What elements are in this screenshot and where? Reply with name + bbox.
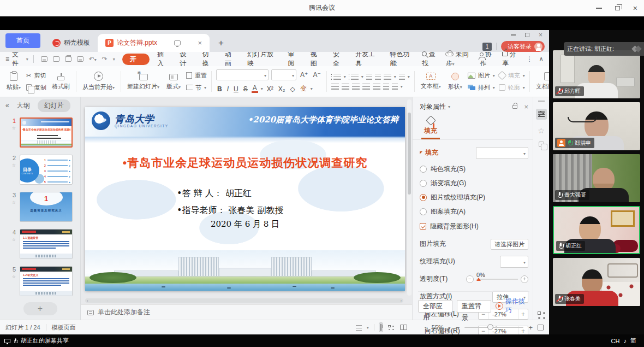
cast-icon[interactable] — [174, 39, 181, 47]
menu-tab-special[interactable]: 特色功能 — [387, 50, 417, 68]
align-right-icon[interactable] — [352, 84, 360, 90]
canvas-vertical-scrollbar[interactable] — [407, 99, 412, 296]
layout-button[interactable]: 版式▾ — [165, 72, 182, 91]
reading-view-icon[interactable] — [400, 325, 407, 330]
slider-marker-icon[interactable] — [476, 278, 481, 281]
wps-close-icon[interactable]: × — [539, 32, 542, 38]
redo-icon[interactable]: ↷ — [102, 55, 108, 63]
slide-sorter-icon[interactable] — [388, 325, 391, 327]
new-tab-button[interactable]: + — [210, 38, 232, 52]
menu-tab-review[interactable]: 审阅 — [285, 50, 302, 68]
tab-outline[interactable]: 大纲 — [17, 101, 30, 110]
outline-button[interactable]: 轮廓▾ — [499, 84, 525, 92]
font-name-combo[interactable]: ▾ — [216, 69, 269, 80]
slide-thumbnail-4[interactable]: 4☆ 1.1 选题背景 — [0, 229, 80, 259]
file-menu[interactable]: ≡ 文件 ▾ — [5, 50, 28, 68]
ime-indicator[interactable]: CH ♪ 简 — [611, 337, 640, 345]
scroll-right-icon[interactable]: › — [401, 299, 402, 303]
texture-dropdown[interactable]: ▾ — [500, 256, 528, 268]
normal-view-icon[interactable] — [379, 323, 383, 332]
checkbox-hide-background[interactable]: 隐藏背景图形(H) — [420, 222, 528, 231]
strikethrough-icon[interactable]: S — [242, 85, 249, 93]
reset-button[interactable]: 重置 — [186, 72, 207, 80]
format-painter-button[interactable]: 格式刷 — [50, 73, 71, 91]
increase-indent-icon[interactable] — [375, 74, 381, 80]
radio-solid-fill[interactable]: 纯色填充(S) — [420, 164, 528, 174]
text-effects-icon[interactable]: 变 — [299, 84, 308, 93]
video-tile-5[interactable]: 张春美 — [553, 258, 640, 306]
decrease-indent-icon[interactable] — [366, 74, 372, 80]
scroll-left-icon[interactable]: ‹ — [87, 299, 88, 303]
notes-bar[interactable]: 单击此处添加备注 — [81, 304, 412, 320]
align-left-icon[interactable] — [331, 84, 339, 90]
font-size-combo[interactable]: ▾ — [271, 69, 296, 80]
italic-icon[interactable]: I — [226, 85, 230, 93]
text-box-button[interactable]: A 文本框▾ — [419, 73, 443, 90]
menu-tab-devtools[interactable]: 开发工具 — [353, 50, 382, 68]
underline-icon[interactable]: U — [232, 85, 240, 93]
menu-tab-insert[interactable]: 插入 — [154, 50, 172, 68]
picture-button[interactable]: 图片▾ — [468, 72, 495, 80]
columns-icon[interactable] — [384, 74, 391, 80]
menu-tab-start[interactable]: 开始 — [122, 54, 150, 65]
tab-slides[interactable]: 幻灯片 — [38, 99, 70, 112]
menu-tab-design[interactable]: 设计 — [177, 50, 194, 68]
document-tab[interactable]: P 论文答辩.pptx × — [98, 34, 210, 52]
properties-panel-icon[interactable] — [536, 109, 547, 120]
slide-thumbnail-2[interactable]: 2☆ 目录 CONTENTS 1▸ 2▸ 3▸ 4▸ 5▸ — [0, 155, 80, 185]
bullet-list-icon[interactable] — [333, 74, 341, 80]
apply-all-button[interactable]: 全部应用 — [418, 300, 452, 313]
choose-picture-button[interactable]: 请选择图片 — [491, 239, 528, 250]
bold-icon[interactable]: B — [216, 85, 223, 93]
panel-title-caret-icon[interactable]: ▾ — [448, 104, 450, 109]
radio-gradient-fill[interactable]: 渐变填充(G) — [420, 179, 528, 188]
close-icon[interactable]: × — [633, 4, 637, 12]
menu-tab-transition[interactable]: 切换 — [199, 50, 217, 68]
slide-thumbnail-5[interactable]: 5☆ 1.2 研究意义 — [0, 266, 80, 296]
menu-tab-view[interactable]: 视图 — [308, 50, 325, 68]
tips-link[interactable]: 操作技巧 — [496, 297, 529, 315]
fill-button[interactable]: 填充▾ — [499, 72, 525, 80]
paste-button[interactable]: 粘贴▾ — [5, 72, 22, 91]
video-tile-3[interactable]: 青大强哥 — [553, 154, 640, 202]
menu-tab-security[interactable]: 安全 — [330, 50, 348, 68]
play-from-current-button[interactable]: 从当前开始▾ — [81, 72, 116, 91]
canvas-horizontal-scrollbar[interactable]: ‹› — [85, 298, 403, 303]
home-tab-button[interactable]: 首页 — [5, 33, 40, 48]
zoom-slider[interactable] — [464, 327, 523, 328]
slide-thumbnail-1[interactable]: 1☆ •青岛市业余足球运动员运动损伤状况调查研究 — [0, 117, 80, 148]
font-color-icon[interactable]: A — [252, 85, 258, 93]
sync-button[interactable]: 未同步▾ — [445, 50, 474, 68]
numbered-list-icon[interactable] — [351, 74, 359, 80]
transparency-slider[interactable]: − 0% + — [466, 275, 528, 283]
fill-section-header[interactable]: 填充 ▾ — [420, 147, 528, 159]
customize-toolbar-icon[interactable]: ▾ — [113, 57, 115, 62]
wps-minimize-icon[interactable] — [511, 34, 516, 36]
distribute-icon[interactable] — [373, 84, 380, 90]
save-icon[interactable] — [41, 56, 47, 62]
doc-assistant-button[interactable]: 文档助手 — [534, 72, 549, 91]
apps-grid-icon[interactable] — [538, 311, 541, 315]
video-tile-2[interactable]: 郄洪申 — [553, 102, 640, 150]
share-button[interactable]: 分享 — [502, 50, 520, 68]
increase-font-icon[interactable]: A⁺ — [299, 71, 309, 79]
arrange-button[interactable]: 排列▾ — [468, 84, 495, 92]
collapse-ribbon-icon[interactable]: ∧ — [539, 55, 544, 63]
more-options-icon[interactable]: ⋮ — [526, 55, 533, 63]
selection-panel-icon[interactable] — [539, 142, 544, 147]
shapes-button[interactable]: 形状▾ — [446, 73, 464, 91]
reset-background-button[interactable]: 重置背景 — [457, 300, 491, 313]
menu-tab-animation[interactable]: 动画 — [222, 50, 240, 68]
video-tile-4[interactable]: 胡正红 — [553, 206, 640, 254]
pin-panel-icon[interactable] — [512, 105, 517, 109]
collapse-panel-icon[interactable]: « — [5, 102, 9, 109]
slide-canvas[interactable]: 青岛大学 QINGDAO UNIVERSITY •2020届青岛大学体育学院毕业… — [81, 97, 412, 304]
print-preview-icon[interactable] — [77, 56, 84, 62]
template-page-label[interactable]: 模板页面 — [52, 324, 76, 332]
restore-icon[interactable] — [615, 6, 620, 10]
text-direction-icon[interactable] — [399, 74, 405, 80]
undo-icon[interactable]: ↶▾ — [89, 55, 97, 63]
document-count-badge[interactable]: 1 — [482, 43, 492, 51]
close-panel-icon[interactable]: × — [524, 103, 528, 110]
effects-panel-icon[interactable]: ☆ — [538, 127, 545, 134]
